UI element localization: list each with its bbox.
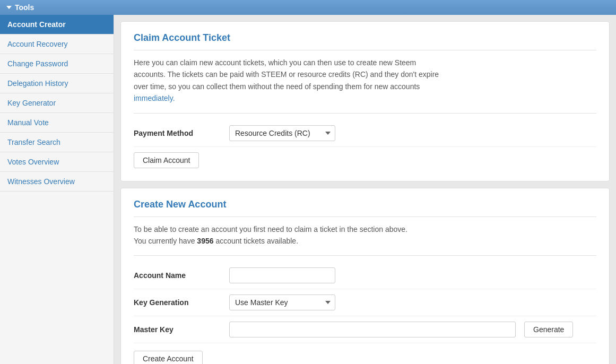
account-name-input[interactable]	[229, 267, 335, 283]
master-key-input[interactable]	[229, 322, 516, 337]
payment-method-label: Payment Method	[134, 129, 229, 137]
payment-method-select[interactable]: Resource Credits (RC) STEEM	[229, 125, 335, 141]
sidebar-item-label: Manual Vote	[7, 118, 49, 127]
create-panel-description: To be able to create an account you firs…	[134, 223, 596, 247]
triangle-icon	[6, 6, 12, 9]
create-account-button[interactable]: Create Account	[134, 351, 203, 364]
sidebar-item-votes-overview[interactable]: Votes Overview	[0, 152, 114, 172]
sidebar-item-label: Transfer Search	[7, 138, 60, 146]
account-name-row: Account Name	[134, 262, 596, 289]
sidebar-item-manual-vote[interactable]: Manual Vote	[0, 113, 114, 133]
key-generation-label: Key Generation	[134, 298, 229, 307]
sidebar-item-label: Account Recovery	[7, 40, 68, 48]
create-panel: Create New Account To be able to create …	[120, 188, 610, 364]
sidebar-item-label: Key Generator	[7, 99, 56, 107]
sidebar: Account Creator Account Recovery Change …	[0, 15, 114, 364]
content-area: Claim Account Ticket Here you can claim …	[114, 15, 616, 364]
sidebar-item-transfer-search[interactable]: Transfer Search	[0, 133, 114, 152]
generate-button[interactable]: Generate	[524, 322, 573, 337]
claim-panel-description: Here you can claim new account tickets, …	[134, 57, 596, 105]
master-key-label: Master Key	[134, 325, 229, 334]
payment-method-row: Payment Method Resource Credits (RC) STE…	[134, 120, 596, 147]
sidebar-item-account-recovery[interactable]: Account Recovery	[0, 34, 114, 54]
sidebar-item-label: Votes Overview	[7, 158, 59, 166]
claim-account-button[interactable]: Claim Account	[134, 152, 199, 168]
create-panel-title: Create New Account	[134, 199, 596, 210]
sidebar-item-label: Witnesses Overview	[7, 177, 75, 186]
sidebar-item-change-password[interactable]: Change Password	[0, 54, 114, 74]
account-name-label: Account Name	[134, 271, 229, 280]
sidebar-item-delegation-history[interactable]: Delegation History	[0, 74, 114, 93]
tools-header: Tools	[0, 0, 616, 15]
ticket-count: 3956	[197, 237, 213, 245]
sidebar-item-label: Delegation History	[7, 79, 68, 88]
master-key-row: Master Key Generate	[134, 316, 596, 343]
sidebar-item-key-generator[interactable]: Key Generator	[0, 93, 114, 113]
sidebar-item-witnesses-overview[interactable]: Witnesses Overview	[0, 172, 114, 192]
sidebar-item-label: Account Creator	[7, 20, 66, 29]
key-generation-select[interactable]: Use Master Key Generate Keys	[229, 294, 335, 310]
key-generation-row: Key Generation Use Master Key Generate K…	[134, 289, 596, 316]
sidebar-item-account-creator[interactable]: Account Creator	[0, 15, 114, 34]
tools-title: Tools	[15, 3, 34, 12]
sidebar-item-label: Change Password	[7, 59, 68, 68]
claim-panel: Claim Account Ticket Here you can claim …	[120, 21, 610, 181]
claim-panel-title: Claim Account Ticket	[134, 32, 596, 44]
